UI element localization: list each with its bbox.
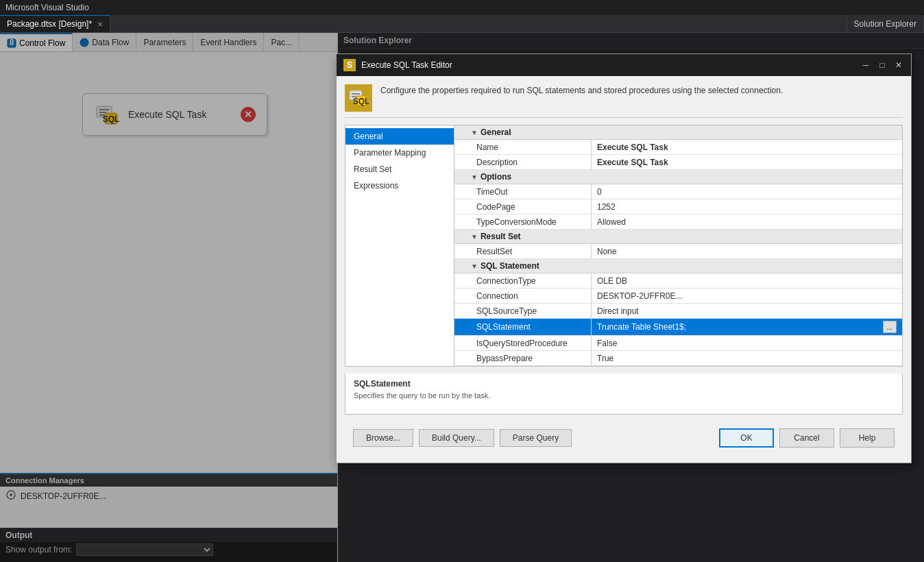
- section-sql-label: SQL Statement: [481, 261, 539, 271]
- prop-bypassprepare-value: True: [592, 351, 902, 365]
- section-resultset-collapse-icon: ▼: [471, 233, 478, 241]
- ok-button[interactable]: OK: [719, 428, 774, 448]
- modal-overlay: S Execute SQL Task Editor ─ □ ✕: [0, 33, 924, 562]
- package-tab-label: Package.dtsx [Design]*: [7, 19, 92, 29]
- dialog-main: General Parameter Mapping Result Set Exp…: [345, 125, 903, 367]
- prop-connection-value: DESKTOP-2UFFR0E...: [592, 289, 902, 303]
- prop-name-value: Execute SQL Task: [592, 140, 902, 154]
- prop-connection-value-text: DESKTOP-2UFFR0E...: [597, 291, 682, 301]
- prop-sqlstatement-value-text: Truncate Table Sheet1$;: [597, 322, 686, 332]
- dialog-body: SQL Configure the properties required to…: [337, 76, 911, 463]
- prop-row-codepage: CodePage 1252: [454, 199, 902, 215]
- prop-name-value-text: Execute SQL Task: [597, 143, 668, 152]
- section-general-collapse-icon: ▼: [471, 129, 478, 136]
- prop-sqlstatement-label: SQLStatement: [454, 319, 592, 335]
- package-tab[interactable]: Package.dtsx [Design]* ✕: [0, 15, 110, 32]
- package-tab-close-icon[interactable]: ✕: [97, 21, 103, 28]
- prop-typeconversionmode-value: Allowed: [592, 215, 902, 229]
- prop-sqlsourcetype-value: Direct input: [592, 304, 902, 318]
- ide-area: 8 Control Flow Data Flow Parameters Even…: [0, 33, 924, 562]
- title-bar: Microsoft Visual Studio: [0, 0, 924, 15]
- sql-statement-ellipsis-button[interactable]: ...: [883, 321, 897, 333]
- prop-codepage-value: 1252: [592, 199, 902, 214]
- prop-codepage-value-text: 1252: [597, 202, 616, 212]
- prop-isquerystoredprocedure-value: False: [592, 336, 902, 350]
- section-resultset[interactable]: ▼ Result Set: [454, 230, 902, 244]
- prop-sqlstatement-value: Truncate Table Sheet1$; ...: [592, 319, 902, 335]
- prop-row-sqlsourcetype: SQLSourceType Direct input: [454, 304, 902, 319]
- section-resultset-label: Result Set: [481, 232, 521, 241]
- prop-row-connectiontype: ConnectionType OLE DB: [454, 273, 902, 289]
- cancel-button[interactable]: Cancel: [779, 428, 834, 448]
- prop-row-typeconversionmode: TypeConversionMode Allowed: [454, 215, 902, 230]
- nav-item-result-set[interactable]: Result Set: [345, 161, 454, 178]
- section-sql-statement[interactable]: ▼ SQL Statement: [454, 259, 902, 273]
- dialog-nav: General Parameter Mapping Result Set Exp…: [345, 125, 454, 367]
- prop-connectiontype-value: OLE DB: [592, 273, 902, 288]
- prop-row-sqlstatement[interactable]: SQLStatement Truncate Table Sheet1$; ...: [454, 319, 902, 336]
- nav-item-expressions[interactable]: Expressions: [345, 178, 454, 194]
- prop-connectiontype-label: ConnectionType: [454, 273, 592, 288]
- prop-description-label: Description: [454, 155, 592, 169]
- prop-description-value-text: Execute SQL Task: [597, 158, 668, 167]
- prop-codepage-label: CodePage: [454, 199, 592, 214]
- dialog-description-area: SQL Configure the properties required to…: [345, 84, 903, 118]
- svg-rect-14: [352, 93, 360, 95]
- svg-text:S: S: [347, 60, 352, 70]
- description-panel: SQLStatement Specifies the query to be r…: [345, 374, 903, 415]
- dialog-close-button[interactable]: ✕: [893, 60, 904, 71]
- section-general-label: General: [481, 127, 511, 137]
- nav-item-parameter-mapping[interactable]: Parameter Mapping: [345, 145, 454, 161]
- properties-grid: ▼ General Name Execute SQL Task Descript…: [454, 125, 903, 367]
- prop-typeconversionmode-value-text: Allowed: [597, 217, 626, 227]
- help-button[interactable]: Help: [840, 428, 895, 448]
- dialog-titlebar: S Execute SQL Task Editor ─ □ ✕: [337, 54, 911, 76]
- prop-typeconversionmode-label: TypeConversionMode: [454, 215, 592, 229]
- prop-sqlsourcetype-label: SQLSourceType: [454, 304, 592, 318]
- prop-connectiontype-value-text: OLE DB: [597, 276, 627, 286]
- footer-left-buttons: Browse... Build Query... Parse Query: [353, 429, 572, 447]
- section-options[interactable]: ▼ Options: [454, 170, 902, 184]
- svg-text:SQL: SQL: [353, 97, 369, 106]
- prop-timeout-label: TimeOut: [454, 184, 592, 199]
- prop-name-label: Name: [454, 140, 592, 154]
- prop-bypassprepare-value-text: True: [597, 354, 613, 363]
- desc-panel-title: SQLStatement: [354, 379, 894, 389]
- prop-timeout-value-text: 0: [597, 187, 602, 197]
- prop-isquerystoredprocedure-label: IsQueryStoredProcedure: [454, 336, 592, 350]
- dialog-footer: Browse... Build Query... Parse Query OK …: [345, 422, 903, 454]
- prop-row-bypassprepare: BypassPrepare True: [454, 351, 902, 366]
- build-query-button[interactable]: Build Query...: [419, 429, 494, 447]
- execute-sql-task-editor-dialog: S Execute SQL Task Editor ─ □ ✕: [336, 53, 912, 463]
- footer-right-buttons: OK Cancel Help: [719, 428, 895, 448]
- prop-connection-label: Connection: [454, 289, 592, 303]
- prop-resultset-value: None: [592, 244, 902, 258]
- dialog-title-icon: S: [343, 59, 356, 71]
- prop-isquerystoredprocedure-value-text: False: [597, 339, 617, 348]
- nav-item-general[interactable]: General: [345, 128, 454, 145]
- prop-row-isquerystoredprocedure: IsQueryStoredProcedure False: [454, 336, 902, 351]
- parse-query-button[interactable]: Parse Query: [500, 429, 572, 447]
- ide-title: Microsoft Visual Studio: [5, 3, 89, 12]
- prop-row-resultset: ResultSet None: [454, 244, 902, 259]
- prop-row-connection: Connection DESKTOP-2UFFR0E...: [454, 289, 902, 304]
- section-general[interactable]: ▼ General: [454, 125, 902, 140]
- prop-resultset-label: ResultSet: [454, 244, 592, 258]
- desc-panel-text: Specifies the query to be run by the tas…: [354, 391, 894, 400]
- section-sql-collapse-icon: ▼: [471, 262, 478, 270]
- solution-explorer-tab-label: Solution Explorer: [854, 19, 916, 29]
- dialog-maximize-button[interactable]: □: [877, 60, 888, 71]
- solution-explorer-tab[interactable]: Solution Explorer: [847, 15, 924, 32]
- prop-row-timeout: TimeOut 0: [454, 184, 902, 199]
- dialog-description-text: Configure the properties required to run…: [380, 84, 783, 97]
- section-options-collapse-icon: ▼: [471, 173, 478, 181]
- tab-bar: Package.dtsx [Design]* ✕ Solution Explor…: [0, 15, 924, 33]
- prop-timeout-value: 0: [592, 184, 902, 199]
- dialog-minimize-button[interactable]: ─: [860, 60, 871, 71]
- browse-button[interactable]: Browse...: [353, 429, 413, 447]
- prop-description-value: Execute SQL Task: [592, 155, 902, 169]
- prop-bypassprepare-label: BypassPrepare: [454, 351, 592, 365]
- prop-row-name: Name Execute SQL Task: [454, 140, 902, 155]
- prop-row-description: Description Execute SQL Task: [454, 155, 902, 170]
- prop-sqlsourcetype-value-text: Direct input: [597, 306, 639, 316]
